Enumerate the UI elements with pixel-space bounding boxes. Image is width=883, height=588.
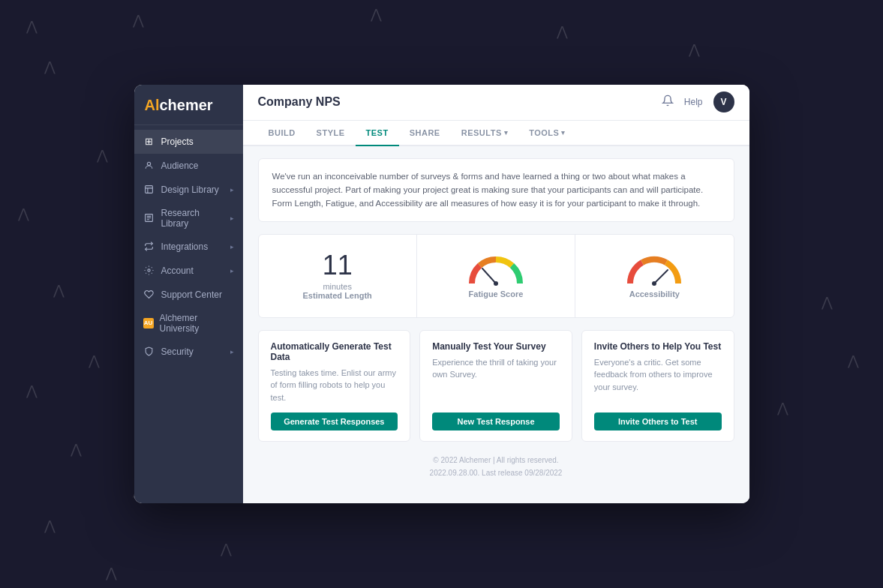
svg-line-4: [482, 268, 496, 284]
copyright-text: © 2022 Alchemer | All rights reserved.: [270, 454, 722, 466]
fatigue-gauge: [466, 254, 526, 286]
sidebar-item-projects[interactable]: Projects: [134, 130, 243, 154]
sidebar-item-integrations[interactable]: Integrations ▸: [134, 235, 243, 259]
chevron-right-icon: ▸: [230, 267, 234, 274]
sidebar-item-label: Support Center: [161, 290, 234, 300]
svg-point-3: [148, 269, 150, 272]
gear-icon: [143, 265, 155, 277]
sidebar-item-label: Projects: [161, 136, 234, 147]
action-card-title: Automatically Generate Test Data: [271, 341, 398, 362]
grid-icon: [143, 136, 155, 148]
invite-others-button[interactable]: Invite Others to Test: [594, 412, 722, 430]
tab-test[interactable]: TEST: [356, 121, 399, 146]
chevron-right-icon: ▸: [230, 214, 234, 222]
release-text: 2022.09.28.00. Last release 09/28/2022: [270, 466, 722, 479]
sidebar-item-security[interactable]: Security ▸: [134, 340, 243, 364]
sidebar-logo: Alchemer: [134, 85, 243, 125]
sidebar-nav: Projects Audience Design Library ▸: [134, 125, 243, 504]
chevron-right-icon: ▸: [230, 186, 234, 194]
chevron-right-icon: ▸: [230, 243, 234, 250]
info-banner: We've run an inconceivable number of sur…: [258, 158, 734, 222]
sidebar-item-label: Account: [161, 266, 224, 276]
tab-build[interactable]: BUILD: [258, 121, 306, 146]
tab-style[interactable]: STYLE: [306, 121, 356, 146]
shield-icon: [143, 346, 155, 358]
metric-fatigue: Fatigue Score: [417, 235, 575, 317]
content-area: We've run an inconceivable number of sur…: [243, 146, 749, 504]
estimated-length-value: 11: [323, 252, 353, 279]
sidebar-item-audience[interactable]: Audience: [134, 154, 243, 178]
tab-tools[interactable]: TOOLS ▾: [518, 121, 576, 146]
tab-share[interactable]: SHARE: [399, 121, 451, 146]
action-card-invite-others: Invite Others to Help You Test Everyone'…: [581, 330, 734, 442]
top-header: Company NPS Help V: [243, 85, 749, 121]
sidebar-item-label: Security: [161, 346, 224, 357]
sidebar-item-design-library[interactable]: Design Library ▸: [134, 178, 243, 202]
action-cards: Automatically Generate Test Data Testing…: [258, 330, 734, 442]
header-actions: Help V: [662, 92, 734, 112]
sidebar-item-support[interactable]: Support Center: [134, 283, 243, 307]
action-card-description: Testing takes time. Enlist our army of f…: [271, 367, 398, 404]
svg-point-0: [147, 162, 150, 165]
metric-accessibility: Accessibility: [575, 235, 733, 317]
accessibility-gauge: [624, 254, 684, 286]
app-window: Alchemer Projects Audience: [134, 85, 749, 504]
action-card-title: Invite Others to Help You Test: [594, 341, 722, 352]
sidebar-item-research-library[interactable]: Research Library ▸: [134, 202, 243, 235]
svg-point-7: [652, 281, 656, 286]
sidebar-item-university[interactable]: AU Alchemer University: [134, 307, 243, 340]
sidebar-item-label: Integrations: [161, 242, 224, 252]
chevron-down-icon: ▾: [561, 129, 566, 136]
brand-name: Alchemer: [145, 97, 213, 113]
heart-icon: [143, 289, 155, 301]
sidebar-item-label: Design Library: [161, 184, 224, 195]
metrics-row: 11 minutes Estimated Length: [258, 234, 734, 318]
page-title: Company NPS: [258, 95, 341, 109]
avatar[interactable]: V: [713, 92, 734, 112]
integrations-icon: [143, 241, 155, 253]
tabs-bar: BUILD STYLE TEST SHARE RESULTS ▾ TOOLS ▾: [243, 121, 749, 146]
university-icon: AU: [143, 318, 154, 328]
info-banner-text: We've run an inconceivable number of sur…: [272, 172, 704, 208]
user-icon: [143, 160, 155, 172]
action-card-title: Manually Test Your Survey: [432, 341, 560, 352]
accessibility-label: Accessibility: [629, 290, 680, 298]
bell-icon[interactable]: [662, 94, 674, 110]
metric-estimated-length: 11 minutes Estimated Length: [259, 235, 417, 317]
main-content: Company NPS Help V BUILD STYLE TEST: [243, 85, 749, 504]
sidebar-item-account[interactable]: Account ▸: [134, 259, 243, 283]
action-card-description: Experience the thrill of taking your own…: [432, 356, 560, 404]
action-card-manual-test: Manually Test Your Survey Experience the…: [419, 330, 572, 442]
sidebar-item-label: Research Library: [161, 208, 224, 229]
estimated-length-label: Estimated Length: [303, 291, 372, 300]
design-icon: [143, 184, 155, 196]
content-footer: © 2022 Alchemer | All rights reserved. 2…: [258, 442, 734, 491]
sidebar: Alchemer Projects Audience: [134, 85, 243, 504]
svg-rect-1: [146, 186, 153, 194]
sidebar-item-label: Alchemer University: [160, 313, 234, 334]
tab-results[interactable]: RESULTS ▾: [451, 121, 519, 146]
svg-line-6: [654, 270, 668, 284]
svg-point-5: [494, 281, 498, 286]
research-icon: [143, 212, 155, 224]
generate-test-button[interactable]: Generate Test Responses: [271, 412, 398, 430]
action-card-description: Everyone's a critic. Get some feedback f…: [594, 356, 722, 404]
action-card-generate-test: Automatically Generate Test Data Testing…: [258, 330, 411, 442]
chevron-down-icon: ▾: [504, 129, 509, 136]
sidebar-item-label: Audience: [161, 160, 234, 171]
new-test-response-button[interactable]: New Test Response: [432, 412, 560, 430]
chevron-right-icon: ▸: [230, 348, 234, 356]
estimated-length-unit: minutes: [323, 282, 352, 291]
fatigue-label: Fatigue Score: [469, 290, 524, 298]
help-button[interactable]: Help: [684, 97, 703, 107]
